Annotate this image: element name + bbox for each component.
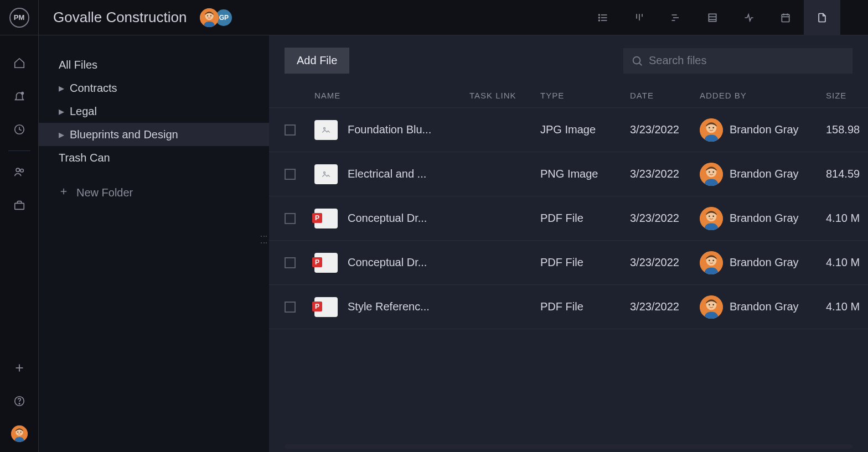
tree-folder-label: Blueprints and Design	[70, 128, 178, 141]
resize-handle-icon[interactable]: ⋮⋮	[260, 232, 268, 246]
caret-right-icon: ▸	[59, 105, 66, 118]
add-file-button[interactable]: Add File	[285, 48, 349, 74]
topbar: PM Govalle Construction GP	[0, 0, 868, 35]
row-checkbox[interactable]	[285, 169, 296, 180]
cell-size: 4.10 M	[826, 256, 868, 269]
avatar-person-icon	[200, 8, 219, 27]
files-view-icon[interactable]	[804, 0, 840, 35]
file-name: Style Referenc...	[348, 300, 430, 313]
recent-icon[interactable]	[0, 113, 39, 146]
table-row[interactable]: Foundation Blu...JPG Image3/23/2022Brand…	[269, 108, 868, 152]
new-folder-button[interactable]: New Folder	[39, 179, 269, 206]
row-checkbox[interactable]	[285, 302, 296, 313]
svg-point-36	[324, 127, 326, 129]
team-icon[interactable]	[0, 155, 39, 189]
row-checkbox[interactable]	[285, 124, 296, 136]
cell-added-by: Brandon Gray	[730, 300, 799, 313]
svg-point-9	[599, 20, 600, 21]
calendar-view-icon[interactable]	[767, 0, 804, 35]
avatar-icon	[700, 118, 723, 142]
cell-type: PNG Image	[540, 168, 630, 180]
avatar-icon	[700, 251, 723, 274]
home-icon[interactable]	[0, 46, 39, 80]
cell-size: 4.10 M	[826, 300, 868, 313]
tree-folder-label: Legal	[70, 105, 97, 118]
pdf-file-icon	[314, 297, 338, 317]
image-file-icon	[314, 164, 338, 184]
tree-folder[interactable]: ▸Contracts	[39, 76, 269, 100]
svg-point-7	[599, 14, 600, 15]
caret-right-icon: ▸	[59, 81, 66, 95]
new-folder-label: New Folder	[76, 186, 133, 199]
table-header: NAME TASK LINK TYPE DATE ADDED BY SIZE	[269, 84, 868, 108]
col-task-link[interactable]: TASK LINK	[469, 91, 540, 100]
cell-size: 814.59	[826, 168, 868, 180]
cell-size: 4.10 M	[826, 212, 868, 225]
cell-date: 3/23/2022	[630, 256, 700, 269]
svg-point-23	[21, 92, 23, 95]
member-avatars[interactable]: GP	[200, 8, 233, 27]
sheet-view-icon[interactable]	[694, 0, 731, 35]
search-wrap	[623, 48, 852, 74]
tree-folder-label: Contracts	[70, 82, 117, 95]
table-row[interactable]: Conceptual Dr...PDF File3/23/2022Brandon…	[269, 196, 868, 241]
gantt-view-icon[interactable]	[658, 0, 694, 35]
cell-added-by: Brandon Gray	[730, 212, 799, 225]
col-added-by[interactable]: ADDED BY	[700, 91, 826, 100]
rail-separator	[8, 150, 30, 151]
help-icon[interactable]	[0, 385, 39, 418]
svg-rect-19	[782, 14, 789, 22]
folder-sidebar: All Files ▸Contracts▸Legal▸Blueprints an…	[39, 35, 269, 452]
horizontal-scrollbar[interactable]	[285, 444, 852, 449]
file-name: Conceptual Dr...	[348, 212, 427, 225]
view-switcher	[585, 0, 868, 35]
svg-point-26	[20, 169, 23, 173]
cell-type: PDF File	[540, 256, 630, 269]
user-avatar-icon[interactable]	[11, 425, 28, 442]
tree-trash[interactable]: Trash Can	[39, 146, 269, 169]
left-rail	[0, 35, 39, 452]
svg-rect-16	[709, 14, 716, 21]
col-size[interactable]: SIZE	[826, 91, 868, 100]
board-view-icon[interactable]	[621, 0, 658, 35]
col-name[interactable]: NAME	[314, 91, 469, 100]
cell-date: 3/23/2022	[630, 123, 700, 136]
tree-root-label: All Files	[59, 59, 97, 71]
avatar-icon	[700, 295, 723, 319]
table-row[interactable]: Electrical and ...PNG Image3/23/2022Bran…	[269, 152, 868, 196]
row-checkbox[interactable]	[285, 213, 296, 224]
col-type[interactable]: TYPE	[540, 91, 630, 100]
toolbar: Add File	[269, 35, 868, 84]
avatar-icon	[700, 163, 723, 186]
col-date[interactable]: DATE	[630, 91, 700, 100]
notifications-icon[interactable]	[0, 80, 39, 113]
row-checkbox[interactable]	[285, 257, 296, 268]
svg-point-31	[19, 403, 19, 404]
svg-point-34	[633, 56, 640, 64]
file-name: Foundation Blu...	[348, 123, 431, 136]
cell-date: 3/23/2022	[630, 168, 700, 180]
tree-folder[interactable]: ▸Legal	[39, 100, 269, 123]
caret-right-icon: ▸	[59, 128, 66, 141]
cell-type: PDF File	[540, 212, 630, 225]
logo[interactable]: PM	[0, 0, 39, 35]
project-title: Govalle Construction	[53, 9, 187, 26]
pdf-file-icon	[314, 209, 338, 228]
search-icon	[631, 55, 643, 69]
tree-folder[interactable]: ▸Blueprints and Design	[39, 123, 269, 146]
add-icon[interactable]	[0, 351, 39, 385]
table-row[interactable]: Style Referenc...PDF File3/23/2022Brando…	[269, 285, 868, 329]
svg-rect-27	[14, 203, 24, 209]
portfolio-icon[interactable]	[0, 189, 39, 222]
cell-added-by: Brandon Gray	[730, 168, 799, 180]
image-file-icon	[314, 120, 338, 140]
list-view-icon[interactable]	[585, 0, 621, 35]
tree-root-all-files[interactable]: All Files	[39, 53, 269, 76]
table-row[interactable]: Conceptual Dr...PDF File3/23/2022Brandon…	[269, 241, 868, 285]
cell-date: 3/23/2022	[630, 300, 700, 313]
search-input[interactable]	[623, 48, 852, 74]
cell-size: 158.98	[826, 123, 868, 136]
activity-view-icon[interactable]	[731, 0, 767, 35]
svg-point-25	[16, 168, 19, 172]
svg-point-8	[599, 17, 600, 18]
